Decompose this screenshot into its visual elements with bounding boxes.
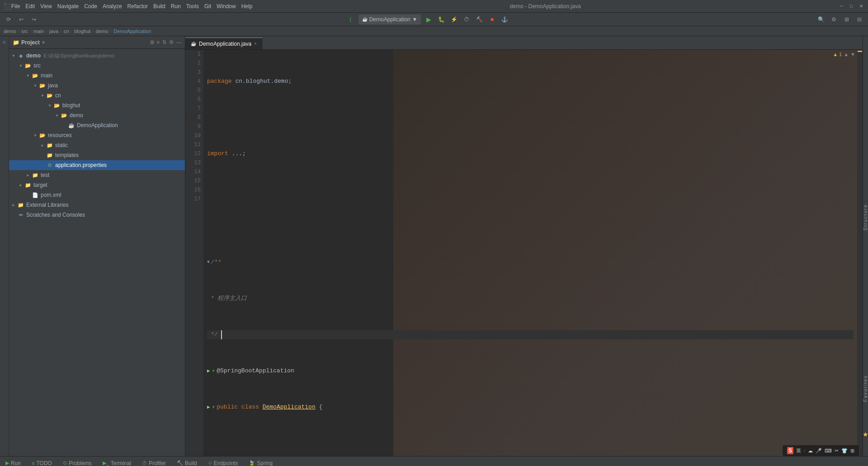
run-config-dropdown[interactable]: ▼	[412, 16, 417, 23]
sync-button[interactable]: ⟳	[4, 14, 14, 24]
menu-git[interactable]: Git	[204, 3, 211, 10]
layout-button2[interactable]: ⊟	[854, 14, 864, 24]
spring-btn[interactable]: 🍃 Spring	[247, 459, 274, 466]
run-config-selector[interactable]: ☕ DemoApplication ▼	[359, 14, 421, 24]
search-everywhere[interactable]: 🔍	[816, 14, 826, 24]
menu-analyze[interactable]: Analyze	[103, 3, 122, 10]
tray-scissors[interactable]: ✂	[835, 448, 839, 454]
menu-file[interactable]: File	[11, 3, 20, 10]
project-action-sort[interactable]: ⇅	[162, 39, 166, 45]
ln-9: 9	[185, 122, 201, 131]
fold-icon-6[interactable]: ▼	[207, 258, 210, 267]
breadcrumb-main[interactable]: main	[33, 29, 44, 34]
breadcrumb-demo[interactable]: demo	[4, 29, 16, 34]
tree-item-test[interactable]: ► 📁 test	[9, 170, 185, 180]
tree-item-demo-sub[interactable]: ▼ 📂 demo	[9, 110, 185, 120]
menu-code[interactable]: Code	[84, 3, 97, 10]
breadcrumb-cn[interactable]: cn	[64, 29, 69, 34]
menu-run[interactable]: Run	[171, 3, 181, 10]
tree-item-bloghut[interactable]: ▼ 📂 bloghut	[9, 100, 185, 110]
menu-tools[interactable]: Tools	[186, 3, 199, 10]
build-btn[interactable]: 🔨 Build	[175, 459, 199, 466]
tree-item-application-properties[interactable]: ► ⚙ application.properties	[9, 160, 185, 170]
menu-navigate[interactable]: Navigate	[57, 3, 79, 10]
menu-window[interactable]: Window	[217, 3, 236, 10]
menu-build[interactable]: Build	[153, 3, 165, 10]
breadcrumb-demoapplication[interactable]: DemoApplication	[113, 29, 151, 34]
tray-mic[interactable]: 🎤	[816, 448, 822, 454]
todo-btn[interactable]: ≡ TODO	[30, 459, 54, 466]
tree-item-demoapplication[interactable]: ▼ ☕ DemoApplication	[9, 120, 185, 130]
tree-item-src[interactable]: ▼ 📂 src	[9, 61, 185, 71]
tree-item-static[interactable]: ► 📁 static	[9, 140, 185, 150]
tree-item-resources[interactable]: ▼ 📂 resources	[9, 130, 185, 140]
right-sidebar: Structure Favorites ★	[863, 36, 868, 456]
tab-close-button[interactable]: ×	[254, 41, 257, 46]
error-nav-up[interactable]: ▲	[844, 52, 849, 57]
run-config-arrow-left[interactable]: ⟨	[346, 14, 356, 24]
close-button[interactable]: ✕	[858, 3, 864, 10]
project-action-settings[interactable]: ⚙	[169, 39, 174, 45]
stop-button[interactable]: ■	[487, 14, 497, 24]
tree-arrow-demo: ▼	[11, 53, 16, 58]
tab-demoapplication[interactable]: ☕ DemoApplication.java ×	[185, 38, 263, 49]
problems-btn[interactable]: ⊙ Problems	[61, 459, 94, 466]
project-action-minimize[interactable]: —	[176, 39, 181, 45]
tray-s-icon[interactable]: S	[787, 447, 793, 454]
profile-button[interactable]: ⏱	[462, 14, 472, 24]
tree-item-pom[interactable]: ► 📄 pom.xml	[9, 190, 185, 200]
ln-10: 10	[185, 131, 201, 140]
run-gutter-10b[interactable]: ⚡	[212, 403, 215, 412]
attach-button[interactable]: ⚓	[500, 14, 509, 24]
tree-item-scratches[interactable]: ► ✏ Scratches and Consoles	[9, 210, 185, 220]
maximize-button[interactable]: □	[848, 3, 854, 10]
run-gutter-9b[interactable]: ⚡	[212, 366, 215, 376]
left-icon-project[interactable]: P	[1, 38, 8, 45]
breadcrumb-bloghut[interactable]: bloghut	[74, 29, 90, 34]
redo-button[interactable]: ↪	[29, 14, 39, 24]
minimize-button[interactable]: ─	[838, 3, 844, 10]
menu-help[interactable]: Help	[241, 3, 253, 10]
profiler-btn[interactable]: ⏱ Profiler	[140, 459, 168, 466]
favorites-label[interactable]: Favorites	[863, 375, 868, 402]
endpoints-btn[interactable]: ⊹ Endpoints	[206, 459, 240, 466]
run-gutter-9a[interactable]: ▶	[207, 366, 210, 376]
breadcrumb-java[interactable]: java	[49, 29, 58, 34]
tree-item-external-libraries[interactable]: ► 📁 External Libraries	[9, 200, 185, 210]
coverage-button[interactable]: ⚡	[449, 14, 459, 24]
code-editor[interactable]: package cn.bloghut.demo; import ...; ▼	[203, 50, 857, 456]
run-button[interactable]: ▶	[424, 14, 434, 24]
structure-label[interactable]: Structure	[863, 204, 868, 231]
right-gutter[interactable]	[857, 50, 863, 456]
menu-view[interactable]: View	[40, 3, 52, 10]
settings-button[interactable]: ⚙	[829, 14, 839, 24]
tree-item-java[interactable]: ▼ 📂 java	[9, 81, 185, 90]
tray-en[interactable]: 英	[796, 447, 801, 454]
terminal-btn[interactable]: ▶_ Terminal	[101, 459, 133, 466]
error-nav-down[interactable]: ▼	[850, 52, 855, 57]
run-gutter-10a[interactable]: ▶	[207, 403, 210, 412]
breadcrumb-src[interactable]: src	[21, 29, 28, 34]
run-btn[interactable]: ▶ Run	[4, 459, 23, 466]
editor-content[interactable]: ▲ 1 ▲ ▼ 1 2 3 4 5 6 7 8 9 10 11	[185, 50, 863, 456]
project-action-expand-all[interactable]: ⊞	[150, 39, 154, 45]
project-action-collapse[interactable]: ≡	[157, 39, 160, 45]
tree-item-templates[interactable]: ► 📁 templates	[9, 150, 185, 160]
tree-item-main[interactable]: ▼ 📂 main	[9, 71, 185, 81]
undo-button[interactable]: ↩	[16, 14, 26, 24]
breadcrumb-demo2[interactable]: demo	[96, 29, 108, 34]
tray-cloud[interactable]: ☁	[808, 448, 813, 454]
project-dropdown[interactable]: ▼	[42, 40, 46, 45]
tray-grid[interactable]: ⊞	[850, 448, 854, 454]
tree-item-cn[interactable]: ▼ 📂 cn	[9, 90, 185, 100]
tree-item-target[interactable]: ► 📁 target	[9, 180, 185, 190]
layout-button1[interactable]: ⊞	[842, 14, 852, 24]
menu-edit[interactable]: Edit	[25, 3, 35, 10]
build-button[interactable]: 🔨	[474, 14, 484, 24]
star-icon[interactable]: ★	[863, 431, 868, 438]
menu-refactor[interactable]: Refactor	[127, 3, 148, 10]
tree-item-demo-module[interactable]: ▼ ◆ demo E:\后端\SpringBoot\kuang\demo	[9, 51, 185, 61]
tray-keyboard[interactable]: ⌨	[825, 448, 832, 454]
debug-button[interactable]: 🐛	[436, 14, 446, 24]
tray-shirt[interactable]: 👕	[841, 448, 848, 454]
